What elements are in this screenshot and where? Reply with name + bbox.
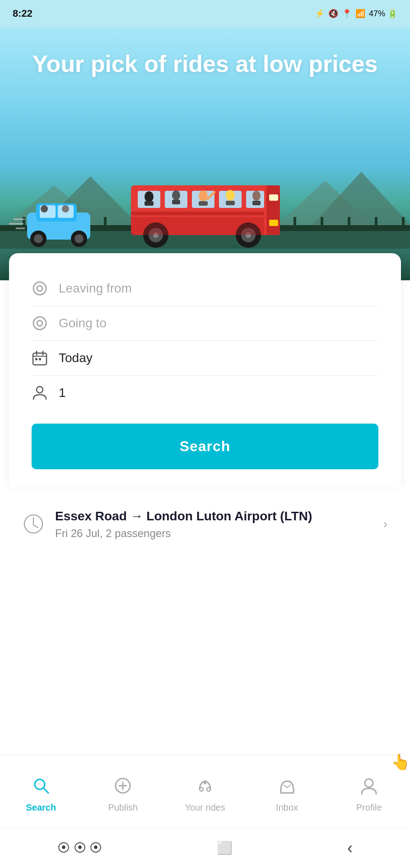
svg-rect-19 — [348, 217, 350, 226]
svg-rect-17 — [294, 217, 296, 226]
passengers-field[interactable]: 1 — [32, 376, 378, 410]
svg-rect-46 — [172, 200, 180, 204]
svg-point-47 — [199, 190, 208, 201]
svg-point-65 — [33, 317, 46, 330]
status-bar: 8:22 ⚡ 🔇 📍 📶 47% 🔋 — [0, 0, 410, 27]
svg-point-64 — [37, 286, 42, 291]
svg-rect-72 — [39, 358, 41, 360]
nav-label-profile: Profile — [356, 802, 382, 813]
svg-point-73 — [37, 387, 43, 393]
svg-rect-53 — [252, 201, 261, 205]
hero-section: Your pick of rides at low prices — [0, 27, 410, 280]
svg-rect-42 — [131, 212, 264, 215]
going-to-icon — [32, 315, 48, 331]
nav-label-publish: Publish — [108, 802, 138, 813]
nav-item-profile[interactable]: Profile 👆 — [328, 755, 410, 827]
bottom-nav: Search Publish — [0, 755, 410, 827]
status-icons: ⚡ 🔇 📍 📶 47% 🔋 — [315, 9, 397, 19]
svg-rect-61 — [269, 220, 278, 226]
calendar-icon — [32, 350, 48, 366]
bluetooth-icon: ⚡ — [315, 9, 325, 19]
svg-line-76 — [33, 525, 38, 528]
svg-point-31 — [62, 205, 69, 212]
nav-label-inbox: Inbox — [276, 802, 298, 813]
search-nav-icon — [32, 777, 50, 799]
passengers-value: 1 — [59, 386, 66, 400]
svg-point-30 — [41, 205, 48, 212]
hero-illustration — [0, 158, 410, 249]
nav-item-your-rides[interactable]: Your rides — [164, 755, 246, 827]
nav-item-search[interactable]: Search — [0, 755, 82, 827]
nav-item-inbox[interactable]: Inbox — [246, 755, 328, 827]
inbox-nav-icon — [278, 777, 296, 799]
svg-point-88 — [365, 779, 373, 787]
svg-point-27 — [34, 234, 43, 243]
wifi-icon: 📶 — [355, 9, 365, 19]
svg-point-43 — [144, 191, 154, 202]
svg-rect-7 — [23, 217, 25, 226]
status-time: 8:22 — [13, 8, 33, 19]
svg-rect-36 — [266, 185, 280, 235]
system-nav-back[interactable]: ‹ — [334, 834, 366, 862]
passenger-icon — [32, 385, 48, 401]
recent-details: Fri 26 Jul, 2 passengers — [55, 527, 373, 540]
svg-rect-20 — [375, 217, 377, 226]
search-card: Leaving from Going to Today — [9, 253, 401, 487]
going-to-field[interactable]: Going to — [32, 306, 378, 340]
svg-point-63 — [33, 282, 46, 295]
svg-rect-60 — [269, 194, 278, 201]
leaving-from-placeholder: Leaving from — [59, 281, 132, 296]
svg-point-84 — [204, 782, 206, 784]
svg-point-66 — [37, 321, 42, 326]
system-nav: ⦿ ⦿ ⦿ ⬜ ‹ — [0, 827, 410, 868]
nav-label-search: Search — [26, 802, 56, 813]
publish-nav-icon — [114, 777, 132, 799]
battery-text: 47% 🔋 — [369, 9, 397, 19]
svg-point-45 — [172, 190, 180, 200]
system-nav-menu[interactable]: ⦿ ⦿ ⦿ — [44, 836, 116, 860]
mute-icon: 🔇 — [328, 9, 338, 19]
svg-rect-71 — [35, 358, 37, 360]
system-nav-home[interactable]: ⬜ — [203, 836, 246, 860]
svg-point-82 — [200, 788, 203, 791]
your-rides-nav-icon — [196, 777, 214, 799]
svg-line-78 — [43, 788, 48, 793]
bottom-area: Search Publish — [0, 755, 410, 868]
svg-rect-10 — [104, 217, 107, 226]
svg-rect-62 — [131, 217, 264, 235]
chevron-right-icon: › — [383, 517, 387, 531]
leaving-from-icon — [32, 280, 48, 297]
recent-route: Essex Road → London Luton Airport (LTN) — [55, 508, 373, 524]
svg-rect-51 — [226, 201, 235, 205]
svg-point-29 — [75, 234, 84, 243]
profile-nav-icon — [360, 777, 378, 799]
svg-rect-18 — [321, 217, 323, 226]
svg-rect-48 — [199, 201, 208, 206]
cursor-hand-icon: 👆 — [391, 753, 410, 771]
search-button[interactable]: Search — [32, 424, 378, 469]
svg-rect-44 — [144, 201, 154, 206]
leaving-from-field[interactable]: Leaving from — [32, 271, 378, 306]
svg-point-52 — [252, 191, 261, 201]
recent-icon — [23, 513, 44, 535]
hero-title: Your pick of rides at low prices — [5, 27, 405, 91]
location-icon: 📍 — [342, 9, 352, 19]
svg-point-83 — [207, 788, 210, 791]
svg-rect-21 — [402, 217, 405, 226]
recent-searches: Essex Road → London Luton Airport (LTN) … — [0, 487, 410, 561]
recent-content: Essex Road → London Luton Airport (LTN) … — [55, 508, 373, 540]
recent-search-item[interactable]: Essex Road → London Luton Airport (LTN) … — [23, 501, 387, 547]
date-field[interactable]: Today — [32, 341, 378, 375]
svg-point-50 — [226, 190, 235, 201]
date-value: Today — [59, 351, 93, 365]
going-to-placeholder: Going to — [59, 316, 107, 330]
nav-item-publish[interactable]: Publish — [82, 755, 164, 827]
nav-label-your-rides: Your rides — [185, 802, 225, 813]
